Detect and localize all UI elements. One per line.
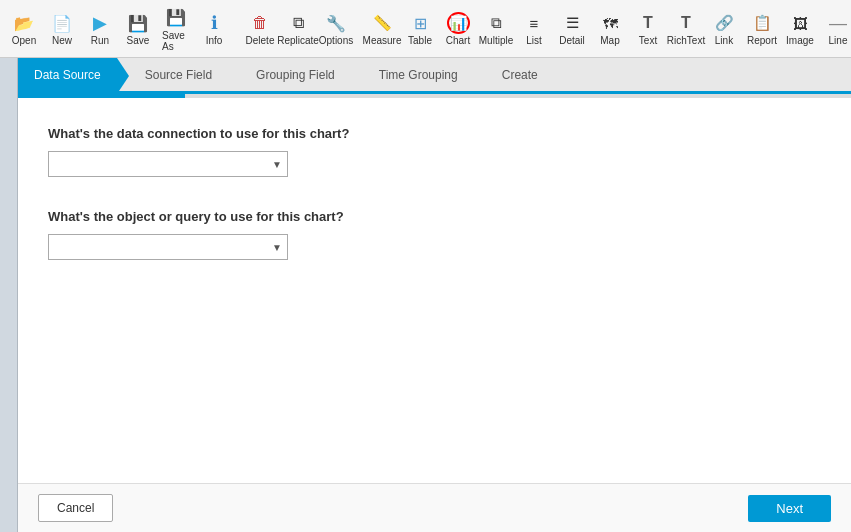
wizard-steps: Data Source Source Field Grouping Field …: [18, 58, 851, 94]
toolbar-detail[interactable]: ☰ Detail: [554, 8, 590, 49]
new-icon: 📄: [50, 11, 74, 35]
toolbar-chart-label: Chart: [446, 35, 470, 46]
report-icon: 📋: [750, 11, 774, 35]
toolbar-link[interactable]: 🔗 Link: [706, 8, 742, 49]
save-icon: 💾: [126, 11, 150, 35]
toolbar-save-as-label: Save As: [162, 30, 190, 52]
toolbar-save-label: Save: [127, 35, 150, 46]
save-as-icon: 💾: [164, 6, 188, 30]
toolbar-save-as[interactable]: 💾 Save As: [158, 3, 194, 55]
content-area: What's the data connection to use for th…: [18, 98, 851, 483]
table-icon: ⊞: [408, 11, 432, 35]
richtext-icon: T: [674, 11, 698, 35]
toolbar-chart[interactable]: 📊 Chart: [440, 8, 476, 49]
toolbar-run-label: Run: [91, 35, 109, 46]
footer: Cancel Next: [18, 483, 851, 532]
toolbar-map-label: Map: [600, 35, 619, 46]
toolbar-replicate-label: Replicate: [277, 35, 319, 46]
wizard-step-data-source[interactable]: Data Source: [18, 58, 117, 91]
wizard-step-grouping-field-label: Grouping Field: [256, 68, 335, 82]
toolbar-run[interactable]: ▶ Run: [82, 8, 118, 49]
toolbar-image[interactable]: 🖼 Image: [782, 8, 818, 49]
toolbar-map[interactable]: 🗺 Map: [592, 8, 628, 49]
toolbar-info[interactable]: ℹ Info: [196, 8, 232, 49]
image-icon: 🖼: [788, 11, 812, 35]
toolbar-report-label: Report: [747, 35, 777, 46]
toolbar-info-label: Info: [206, 35, 223, 46]
toolbar-options[interactable]: 🔧 Options: [318, 8, 354, 49]
toolbar-measure[interactable]: 📏 Measure: [364, 8, 400, 49]
main-panel: Data Source Source Field Grouping Field …: [18, 58, 851, 532]
run-icon: ▶: [88, 11, 112, 35]
toolbar-detail-label: Detail: [559, 35, 585, 46]
toolbar-open-label: Open: [12, 35, 36, 46]
toolbar-text[interactable]: T Text: [630, 8, 666, 49]
toolbar-line[interactable]: — Line: [820, 8, 851, 49]
wizard-step-source-field-label: Source Field: [145, 68, 212, 82]
toolbar-link-label: Link: [715, 35, 733, 46]
line-icon: —: [826, 11, 850, 35]
toolbar-line-label: Line: [829, 35, 848, 46]
toolbar-report[interactable]: 📋 Report: [744, 8, 780, 49]
toolbar-options-label: Options: [319, 35, 353, 46]
dropdown-2-wrap: ▼: [48, 234, 288, 260]
toolbar-list[interactable]: ≡ List: [516, 8, 552, 49]
question-1-label: What's the data connection to use for th…: [48, 126, 821, 141]
wizard-step-time-grouping[interactable]: Time Grouping: [351, 58, 474, 91]
list-icon: ≡: [522, 11, 546, 35]
data-connection-dropdown[interactable]: [48, 151, 288, 177]
toolbar-richtext[interactable]: T RichText: [668, 8, 704, 49]
options-icon: 🔧: [324, 11, 348, 35]
next-button[interactable]: Next: [748, 495, 831, 522]
open-icon: 📂: [12, 11, 36, 35]
toolbar-open[interactable]: 📂 Open: [6, 8, 42, 49]
wizard-step-create[interactable]: Create: [474, 58, 554, 91]
question-2-label: What's the object or query to use for th…: [48, 209, 821, 224]
measure-icon: 📏: [370, 11, 394, 35]
toolbar-table-label: Table: [408, 35, 432, 46]
toolbar-new-label: New: [52, 35, 72, 46]
side-panel: [0, 58, 18, 532]
chart-icon: 📊: [446, 11, 470, 35]
wizard-step-source-field[interactable]: Source Field: [117, 58, 228, 91]
toolbar-new[interactable]: 📄 New: [44, 8, 80, 49]
wizard-step-grouping-field[interactable]: Grouping Field: [228, 58, 351, 91]
info-icon: ℹ: [202, 11, 226, 35]
toolbar-multiple[interactable]: ⧉ Multiple: [478, 8, 514, 49]
replicate-icon: ⧉: [286, 11, 310, 35]
toolbar-table[interactable]: ⊞ Table: [402, 8, 438, 49]
detail-icon: ☰: [560, 11, 584, 35]
toolbar-measure-label: Measure: [363, 35, 402, 46]
toolbar-delete[interactable]: 🗑 Delete: [242, 8, 278, 49]
toolbar-replicate[interactable]: ⧉ Replicate: [280, 8, 316, 49]
wizard-step-create-label: Create: [502, 68, 538, 82]
toolbar-delete-label: Delete: [246, 35, 275, 46]
toolbar-save[interactable]: 💾 Save: [120, 8, 156, 49]
toolbar-richtext-label: RichText: [667, 35, 705, 46]
toolbar-multiple-label: Multiple: [479, 35, 513, 46]
delete-icon: 🗑: [248, 11, 272, 35]
dropdown-1-wrap: ▼: [48, 151, 288, 177]
object-query-dropdown[interactable]: [48, 234, 288, 260]
chart-icon-circle: 📊: [447, 12, 470, 34]
wizard-step-data-source-label: Data Source: [34, 68, 101, 82]
multiple-icon: ⧉: [484, 11, 508, 35]
toolbar-list-label: List: [526, 35, 542, 46]
link-icon: 🔗: [712, 11, 736, 35]
toolbar: 📂 Open 📄 New ▶ Run 💾 Save 💾 Save As ℹ In…: [0, 0, 851, 58]
text-icon: T: [636, 11, 660, 35]
toolbar-text-label: Text: [639, 35, 657, 46]
cancel-button[interactable]: Cancel: [38, 494, 113, 522]
wizard-step-time-grouping-label: Time Grouping: [379, 68, 458, 82]
map-icon: 🗺: [598, 11, 622, 35]
toolbar-image-label: Image: [786, 35, 814, 46]
